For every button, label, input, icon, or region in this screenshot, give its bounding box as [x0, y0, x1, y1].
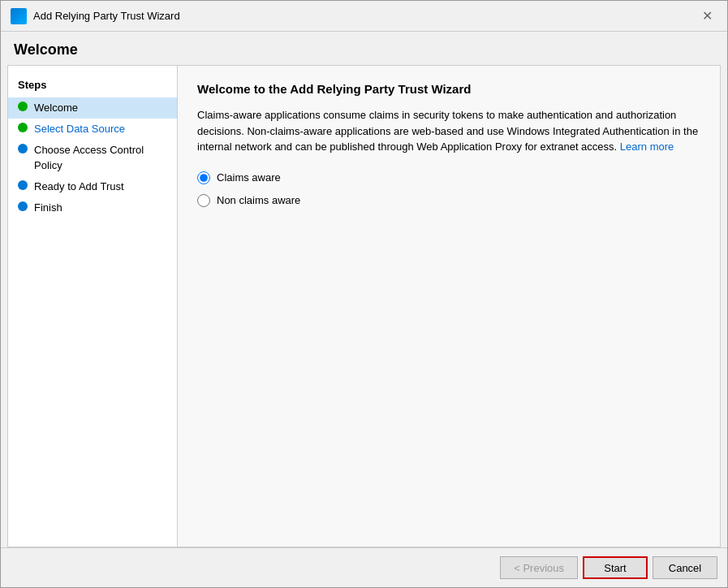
sidebar-label-choose-access-control: Choose Access Control Policy — [34, 143, 167, 172]
step-dot-select-data — [18, 123, 28, 132]
page-header: Welcome — [1, 32, 727, 65]
cancel-button[interactable]: Cancel — [653, 556, 717, 579]
step-dot-finish — [18, 201, 28, 211]
app-icon — [11, 8, 27, 24]
radio-claims-aware[interactable] — [197, 171, 210, 184]
dialog-title: Add Relying Party Trust Wizard — [33, 10, 180, 22]
radio-non-claims-aware[interactable] — [197, 194, 210, 207]
sidebar-item-welcome[interactable]: Welcome — [8, 97, 177, 119]
sidebar-label-welcome: Welcome — [34, 101, 78, 115]
dialog-window: Add Relying Party Trust Wizard ✕ Welcome… — [0, 0, 728, 588]
footer: < Previous Start Cancel — [1, 547, 727, 587]
main-content-panel: Welcome to the Add Relying Party Trust W… — [178, 65, 721, 547]
sidebar-item-finish[interactable]: Finish — [8, 197, 177, 218]
sidebar-label-ready-to-add: Ready to Add Trust — [34, 179, 124, 194]
radio-item-claims-aware[interactable]: Claims aware — [197, 171, 700, 184]
title-bar-left: Add Relying Party Trust Wizard — [11, 8, 180, 24]
sidebar-item-ready-to-add[interactable]: Ready to Add Trust — [8, 176, 177, 197]
page-heading: Welcome — [14, 41, 714, 58]
step-dot-access-control — [18, 144, 28, 153]
title-bar: Add Relying Party Trust Wizard ✕ — [1, 1, 727, 32]
close-button[interactable]: ✕ — [697, 8, 717, 24]
sidebar-label-finish: Finish — [34, 201, 62, 215]
sidebar-item-select-data-source[interactable]: Select Data Source — [8, 119, 177, 140]
sidebar-title: Steps — [8, 76, 177, 97]
sidebar: Steps Welcome Select Data Source Choose … — [7, 65, 178, 547]
previous-button[interactable]: < Previous — [500, 556, 578, 579]
radio-item-non-claims-aware[interactable]: Non claims aware — [197, 194, 700, 207]
radio-label-claims-aware: Claims aware — [217, 171, 281, 184]
radio-label-non-claims-aware: Non claims aware — [217, 194, 300, 206]
description-text: Claims-aware applications consume claims… — [197, 107, 700, 155]
sidebar-item-choose-access-control[interactable]: Choose Access Control Policy — [8, 140, 177, 175]
step-dot-ready-to-add — [18, 180, 28, 190]
start-button[interactable]: Start — [583, 556, 648, 579]
sidebar-label-select-data-source: Select Data Source — [34, 122, 125, 136]
content-area: Steps Welcome Select Data Source Choose … — [7, 65, 721, 547]
learn-more-link[interactable]: Learn more — [620, 141, 674, 153]
main-title: Welcome to the Add Relying Party Trust W… — [197, 82, 700, 96]
step-dot-welcome — [18, 102, 28, 111]
radio-group: Claims aware Non claims aware — [197, 171, 700, 207]
